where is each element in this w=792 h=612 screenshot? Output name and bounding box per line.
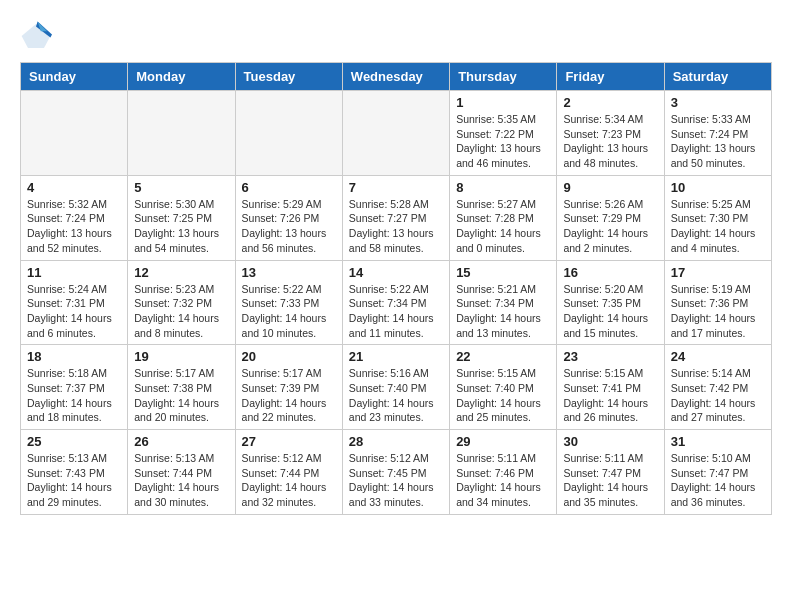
day-info: Sunrise: 5:22 AMSunset: 7:33 PMDaylight:… (242, 282, 336, 341)
day-number: 24 (671, 349, 765, 364)
calendar-cell: 30 Sunrise: 5:11 AMSunset: 7:47 PMDaylig… (557, 430, 664, 515)
calendar-cell: 5 Sunrise: 5:30 AMSunset: 7:25 PMDayligh… (128, 175, 235, 260)
calendar-cell: 22 Sunrise: 5:15 AMSunset: 7:40 PMDaylig… (450, 345, 557, 430)
day-info: Sunrise: 5:19 AMSunset: 7:36 PMDaylight:… (671, 282, 765, 341)
svg-marker-0 (22, 24, 51, 48)
day-info: Sunrise: 5:11 AMSunset: 7:46 PMDaylight:… (456, 451, 550, 510)
calendar-week-row: 25 Sunrise: 5:13 AMSunset: 7:43 PMDaylig… (21, 430, 772, 515)
day-number: 13 (242, 265, 336, 280)
day-info: Sunrise: 5:16 AMSunset: 7:40 PMDaylight:… (349, 366, 443, 425)
calendar-cell: 3 Sunrise: 5:33 AMSunset: 7:24 PMDayligh… (664, 91, 771, 176)
calendar-cell: 27 Sunrise: 5:12 AMSunset: 7:44 PMDaylig… (235, 430, 342, 515)
calendar-cell: 28 Sunrise: 5:12 AMSunset: 7:45 PMDaylig… (342, 430, 449, 515)
day-info: Sunrise: 5:12 AMSunset: 7:44 PMDaylight:… (242, 451, 336, 510)
day-info: Sunrise: 5:35 AMSunset: 7:22 PMDaylight:… (456, 112, 550, 171)
day-info: Sunrise: 5:28 AMSunset: 7:27 PMDaylight:… (349, 197, 443, 256)
day-info: Sunrise: 5:23 AMSunset: 7:32 PMDaylight:… (134, 282, 228, 341)
day-number: 17 (671, 265, 765, 280)
day-info: Sunrise: 5:15 AMSunset: 7:41 PMDaylight:… (563, 366, 657, 425)
day-number: 6 (242, 180, 336, 195)
day-number: 10 (671, 180, 765, 195)
calendar-cell (21, 91, 128, 176)
day-number: 12 (134, 265, 228, 280)
day-number: 25 (27, 434, 121, 449)
day-info: Sunrise: 5:10 AMSunset: 7:47 PMDaylight:… (671, 451, 765, 510)
day-number: 27 (242, 434, 336, 449)
calendar-cell: 2 Sunrise: 5:34 AMSunset: 7:23 PMDayligh… (557, 91, 664, 176)
day-info: Sunrise: 5:27 AMSunset: 7:28 PMDaylight:… (456, 197, 550, 256)
calendar-week-row: 11 Sunrise: 5:24 AMSunset: 7:31 PMDaylig… (21, 260, 772, 345)
day-number: 8 (456, 180, 550, 195)
day-number: 15 (456, 265, 550, 280)
day-number: 28 (349, 434, 443, 449)
calendar-cell (342, 91, 449, 176)
calendar-week-row: 18 Sunrise: 5:18 AMSunset: 7:37 PMDaylig… (21, 345, 772, 430)
weekday-header: Friday (557, 63, 664, 91)
day-number: 4 (27, 180, 121, 195)
calendar-cell: 21 Sunrise: 5:16 AMSunset: 7:40 PMDaylig… (342, 345, 449, 430)
day-info: Sunrise: 5:15 AMSunset: 7:40 PMDaylight:… (456, 366, 550, 425)
day-number: 20 (242, 349, 336, 364)
day-info: Sunrise: 5:11 AMSunset: 7:47 PMDaylight:… (563, 451, 657, 510)
calendar-cell: 8 Sunrise: 5:27 AMSunset: 7:28 PMDayligh… (450, 175, 557, 260)
day-number: 9 (563, 180, 657, 195)
calendar-cell: 7 Sunrise: 5:28 AMSunset: 7:27 PMDayligh… (342, 175, 449, 260)
day-info: Sunrise: 5:21 AMSunset: 7:34 PMDaylight:… (456, 282, 550, 341)
page-header (20, 20, 772, 52)
day-info: Sunrise: 5:14 AMSunset: 7:42 PMDaylight:… (671, 366, 765, 425)
logo (20, 20, 56, 52)
calendar: SundayMondayTuesdayWednesdayThursdayFrid… (20, 62, 772, 515)
day-number: 30 (563, 434, 657, 449)
day-info: Sunrise: 5:25 AMSunset: 7:30 PMDaylight:… (671, 197, 765, 256)
weekday-header: Thursday (450, 63, 557, 91)
calendar-cell: 15 Sunrise: 5:21 AMSunset: 7:34 PMDaylig… (450, 260, 557, 345)
day-number: 26 (134, 434, 228, 449)
day-number: 1 (456, 95, 550, 110)
day-info: Sunrise: 5:13 AMSunset: 7:43 PMDaylight:… (27, 451, 121, 510)
calendar-cell: 4 Sunrise: 5:32 AMSunset: 7:24 PMDayligh… (21, 175, 128, 260)
day-info: Sunrise: 5:30 AMSunset: 7:25 PMDaylight:… (134, 197, 228, 256)
calendar-cell: 24 Sunrise: 5:14 AMSunset: 7:42 PMDaylig… (664, 345, 771, 430)
day-info: Sunrise: 5:17 AMSunset: 7:38 PMDaylight:… (134, 366, 228, 425)
day-info: Sunrise: 5:33 AMSunset: 7:24 PMDaylight:… (671, 112, 765, 171)
calendar-cell: 10 Sunrise: 5:25 AMSunset: 7:30 PMDaylig… (664, 175, 771, 260)
calendar-cell: 31 Sunrise: 5:10 AMSunset: 7:47 PMDaylig… (664, 430, 771, 515)
calendar-cell: 6 Sunrise: 5:29 AMSunset: 7:26 PMDayligh… (235, 175, 342, 260)
calendar-cell: 9 Sunrise: 5:26 AMSunset: 7:29 PMDayligh… (557, 175, 664, 260)
day-info: Sunrise: 5:22 AMSunset: 7:34 PMDaylight:… (349, 282, 443, 341)
day-info: Sunrise: 5:24 AMSunset: 7:31 PMDaylight:… (27, 282, 121, 341)
day-number: 31 (671, 434, 765, 449)
day-number: 18 (27, 349, 121, 364)
weekday-header-row: SundayMondayTuesdayWednesdayThursdayFrid… (21, 63, 772, 91)
calendar-cell: 29 Sunrise: 5:11 AMSunset: 7:46 PMDaylig… (450, 430, 557, 515)
day-number: 14 (349, 265, 443, 280)
day-number: 21 (349, 349, 443, 364)
calendar-cell: 1 Sunrise: 5:35 AMSunset: 7:22 PMDayligh… (450, 91, 557, 176)
day-number: 2 (563, 95, 657, 110)
calendar-cell: 17 Sunrise: 5:19 AMSunset: 7:36 PMDaylig… (664, 260, 771, 345)
calendar-cell: 11 Sunrise: 5:24 AMSunset: 7:31 PMDaylig… (21, 260, 128, 345)
calendar-week-row: 4 Sunrise: 5:32 AMSunset: 7:24 PMDayligh… (21, 175, 772, 260)
calendar-cell (235, 91, 342, 176)
day-info: Sunrise: 5:17 AMSunset: 7:39 PMDaylight:… (242, 366, 336, 425)
calendar-cell: 16 Sunrise: 5:20 AMSunset: 7:35 PMDaylig… (557, 260, 664, 345)
weekday-header: Monday (128, 63, 235, 91)
day-number: 16 (563, 265, 657, 280)
calendar-cell: 19 Sunrise: 5:17 AMSunset: 7:38 PMDaylig… (128, 345, 235, 430)
calendar-cell: 13 Sunrise: 5:22 AMSunset: 7:33 PMDaylig… (235, 260, 342, 345)
weekday-header: Saturday (664, 63, 771, 91)
calendar-cell: 12 Sunrise: 5:23 AMSunset: 7:32 PMDaylig… (128, 260, 235, 345)
day-number: 3 (671, 95, 765, 110)
day-number: 29 (456, 434, 550, 449)
day-info: Sunrise: 5:34 AMSunset: 7:23 PMDaylight:… (563, 112, 657, 171)
calendar-cell: 25 Sunrise: 5:13 AMSunset: 7:43 PMDaylig… (21, 430, 128, 515)
day-number: 5 (134, 180, 228, 195)
calendar-cell (128, 91, 235, 176)
calendar-cell: 23 Sunrise: 5:15 AMSunset: 7:41 PMDaylig… (557, 345, 664, 430)
day-number: 19 (134, 349, 228, 364)
day-number: 23 (563, 349, 657, 364)
day-info: Sunrise: 5:12 AMSunset: 7:45 PMDaylight:… (349, 451, 443, 510)
calendar-cell: 14 Sunrise: 5:22 AMSunset: 7:34 PMDaylig… (342, 260, 449, 345)
day-info: Sunrise: 5:13 AMSunset: 7:44 PMDaylight:… (134, 451, 228, 510)
day-number: 22 (456, 349, 550, 364)
